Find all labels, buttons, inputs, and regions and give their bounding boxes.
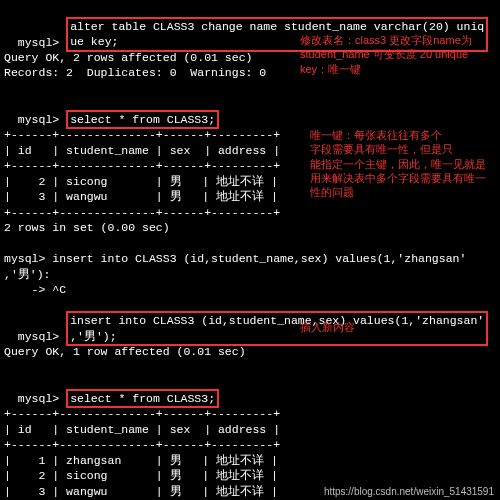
table-sep: +------+--------------+------+---------+ [4, 437, 496, 453]
cmd-insert: mysql> insert into CLASS3 (id,student_na… [4, 298, 496, 345]
table-row: | 2 | sicong | 男 | 地址不详 | [4, 468, 496, 484]
annotation-2: 唯一键：每张表往往有多个字段需要具有唯一性，但是只能指定一个主键，因此，唯一见就… [310, 128, 486, 199]
box-insert: insert into CLASS3 (id,student_name,sex)… [66, 311, 488, 346]
cmd-insert-fail: mysql> insert into CLASS3 (id,student_na… [4, 251, 496, 267]
prompt: mysql> [18, 113, 66, 126]
prompt: mysql> [18, 35, 66, 48]
prompt: mysql> [18, 330, 66, 343]
blank-line [4, 81, 496, 97]
result-line: Query OK, 1 row affected (0.01 sec) [4, 344, 496, 360]
cmd-select2: mysql> select * from CLASS3; [4, 375, 496, 406]
annotation-1: 修改表名：class3 更改字段name为student_name 可变长度 2… [300, 33, 472, 76]
cmd-insert-cancel: -> ^C [4, 282, 496, 298]
prompt: mysql> [18, 392, 66, 405]
cmd-insert-fail: ,'男'): [4, 267, 496, 283]
table-row: | 1 | zhangsan | 男 | 地址不详 | [4, 453, 496, 469]
annotation-3: 插入新内容 [300, 320, 355, 334]
blank-line [4, 360, 496, 376]
table-sep: +------+--------------+------+---------+ [4, 406, 496, 422]
table-header: | id | student_name | sex | address | [4, 422, 496, 438]
result-line: 2 rows in set (0.00 sec) [4, 220, 496, 236]
watermark: https://blog.csdn.net/weixin_51431591 [324, 485, 494, 499]
blank-line [4, 236, 496, 252]
cmd-select1: mysql> select * from CLASS3; [4, 96, 496, 127]
table-sep: +------+--------------+------+---------+ [4, 205, 496, 221]
